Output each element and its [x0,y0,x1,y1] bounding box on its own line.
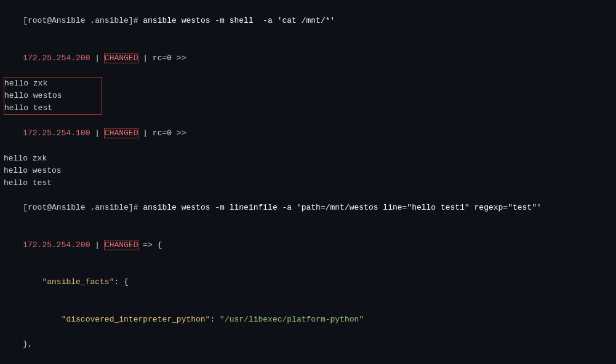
ip-status-line-1: 172.25.254.200 | CHANGED | rc=0 >> [4,39,612,76]
ip-address-2: 172.25.254.100 [23,129,90,138]
pipe-2: | [138,53,152,63]
output-line-2-2: hello westos [4,165,612,177]
rc-2: rc=0 >> [153,129,186,138]
json-line-1-2: "discovered_interpreter_python": "/usr/l… [4,301,612,338]
prompt-2: [root@Ansible .ansible]# [23,203,143,212]
output-line-2-1: hello zxk [4,152,612,165]
output-line-2-3: hello test [4,177,612,189]
json-line-1-1: "ansible_facts": { [4,264,612,301]
cmd-text-2: ansible westos -m lineinfile -a 'path=/m… [143,203,542,212]
command-line-1: [root@Ansible .ansible]# ansible westos … [4,2,612,39]
output-line-1-1: hello zxk [4,77,102,90]
cmd-text-1: ansible westos -m shell -a 'cat /mnt/*' [143,16,335,25]
terminal: [root@Ansible .ansible]# ansible westos … [0,0,616,364]
ip-address-1: 172.25.254.200 [23,53,90,63]
json-line-1-4: "backup": "", [4,350,612,364]
changed-badge-3: CHANGED [105,240,138,250]
json-line-1-3: }, [4,338,612,350]
changed-badge-2: CHANGED [105,129,138,138]
rc-1: rc=0 >> [153,53,186,63]
output-line-1-2: hello westos [4,90,102,102]
pipe-4: | [138,129,152,138]
output-line-1-3: hello test [4,102,102,114]
command-line-2: [root@Ansible .ansible]# ansible westos … [4,189,612,226]
output-block-1: hello zxk hello westos hello test [4,77,102,115]
ip-status-line-2: 172.25.254.100 | CHANGED | rc=0 >> [4,115,612,152]
changed-badge-1: CHANGED [105,53,138,63]
ip-status-line-3: 172.25.254.200 | CHANGED => { [4,227,612,264]
ip-address-3: 172.25.254.200 [23,240,90,250]
pipe-3: | [90,129,104,138]
pipe-1: | [90,53,104,63]
prompt-1: [root@Ansible .ansible]# [23,16,143,25]
